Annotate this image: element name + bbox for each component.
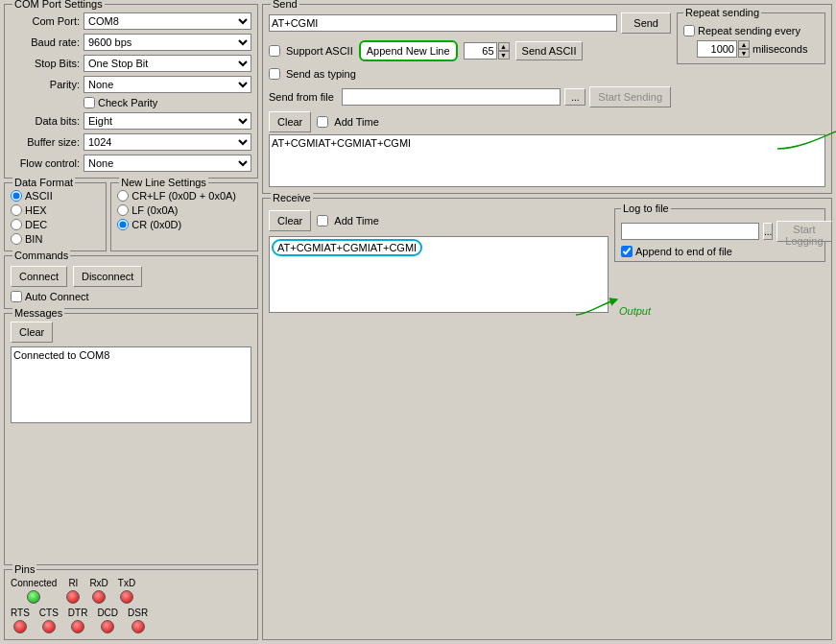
- send-content-area: AT+CGMIAT+CGMIAT+CGMI: [269, 134, 825, 187]
- append-label: Append to end of file: [635, 246, 732, 257]
- send-clear-button[interactable]: Clear: [269, 111, 311, 132]
- messages-content-area: Connected to COM8: [11, 346, 251, 423]
- dcd-led: [101, 620, 114, 633]
- dec-radio-item: DEC: [11, 219, 100, 230]
- crlf-radio-item: CR+LF (0x0D + 0x0A): [117, 190, 251, 202]
- send-ascii-button[interactable]: Send ASCII: [515, 41, 584, 60]
- parity-row: Parity: None: [11, 76, 251, 93]
- start-logging-button[interactable]: Start Logging: [776, 221, 831, 242]
- append-new-line-button[interactable]: Append New Line: [359, 40, 458, 61]
- output-label: Output: [619, 305, 651, 317]
- ascii-value-input[interactable]: [464, 42, 497, 60]
- add-time-label: Add Time: [334, 116, 378, 128]
- pin-dtr: DTR: [68, 608, 88, 633]
- receive-add-time-checkbox[interactable]: [317, 215, 328, 227]
- pin-rts: RTS: [11, 608, 30, 633]
- pins-title: Pins: [12, 563, 36, 575]
- repeat-title: Repeat sending: [683, 7, 761, 18]
- stop-bits-select[interactable]: One Stop Bit: [84, 55, 251, 72]
- lf-radio[interactable]: [117, 204, 129, 216]
- com-port-row: Com Port: COM8: [11, 12, 251, 30]
- send-input-row: Send: [269, 12, 671, 34]
- command-buttons: Connect Disconnect: [11, 266, 251, 287]
- buffer-size-row: Buffer size: 1024: [11, 133, 251, 151]
- txd-led: [120, 590, 133, 604]
- disconnect-button[interactable]: Disconnect: [73, 266, 142, 287]
- format-newline-section: Data Format ASCII HEX DEC BIN: [4, 182, 258, 251]
- check-parity-checkbox[interactable]: [84, 97, 95, 108]
- receive-content-text: AT+CGMIAT+CGMIAT+CGMI: [272, 239, 422, 256]
- browse-file-button[interactable]: ...: [564, 88, 585, 106]
- check-parity-label: Check Parity: [98, 97, 157, 108]
- repeat-interval-input[interactable]: [697, 40, 737, 58]
- send-text-input[interactable]: [269, 14, 617, 32]
- pin-rxd-label: RxD: [89, 578, 107, 588]
- repeat-checkbox[interactable]: [683, 25, 695, 36]
- ascii-value-arrows: ▲ ▼: [498, 42, 510, 60]
- messages-text: Connected to COM8: [13, 349, 109, 361]
- log-browse-button[interactable]: ...: [763, 223, 773, 240]
- bin-radio[interactable]: [11, 233, 22, 245]
- data-bits-select[interactable]: Eight: [84, 112, 251, 130]
- crlf-label: CR+LF (0x0D + 0x0A): [131, 190, 236, 202]
- interval-up-arrow[interactable]: ▲: [738, 40, 750, 49]
- dtr-led: [71, 620, 84, 633]
- parity-select[interactable]: None: [84, 76, 251, 93]
- log-file-input[interactable]: [621, 223, 759, 240]
- data-format-group: Data Format ASCII HEX DEC BIN: [4, 182, 107, 251]
- send-from-file-row: Send from file ... Start Sending: [269, 86, 671, 107]
- ascii-value-spinner: ▲ ▼: [464, 42, 510, 60]
- flow-control-select[interactable]: None: [84, 155, 251, 172]
- receive-add-time-label: Add Time: [334, 215, 378, 227]
- rxd-led: [92, 590, 106, 604]
- support-ascii-label: Support ASCII: [286, 45, 353, 57]
- add-time-checkbox[interactable]: [317, 116, 328, 128]
- ascii-down-arrow[interactable]: ▼: [498, 51, 510, 60]
- com-port-select[interactable]: COM8: [84, 12, 251, 30]
- interval-down-arrow[interactable]: ▼: [738, 49, 750, 58]
- support-ascii-checkbox[interactable]: [269, 45, 280, 57]
- commands-group: Commands Connect Disconnect Auto Connect: [4, 255, 258, 309]
- hex-label: HEX: [25, 204, 47, 216]
- log-file-group: Log to file ... Start Logging Append to …: [614, 208, 825, 262]
- hex-radio[interactable]: [11, 204, 22, 216]
- baud-rate-label: Baud rate:: [11, 36, 80, 48]
- send-file-path-input[interactable]: [342, 88, 561, 106]
- auto-connect-checkbox[interactable]: [11, 291, 22, 302]
- ascii-radio-item: ASCII: [11, 190, 100, 202]
- send-content-text: AT+CGMIAT+CGMIAT+CGMI: [272, 137, 411, 149]
- dec-radio[interactable]: [11, 219, 22, 230]
- start-sending-button[interactable]: Start Sending: [589, 86, 671, 107]
- pin-dsr: DSR: [128, 608, 148, 633]
- ascii-up-arrow[interactable]: ▲: [498, 42, 510, 51]
- send-group: Send Send Support ASCII Append New Line: [262, 4, 832, 194]
- cr-label: CR (0x0D): [131, 219, 181, 230]
- buffer-size-select[interactable]: 1024: [84, 133, 251, 151]
- cts-led: [42, 620, 56, 633]
- connect-button[interactable]: Connect: [11, 266, 67, 287]
- receive-content-area: AT+CGMIAT+CGMIAT+CGMI: [269, 236, 609, 313]
- pin-connected-label: Connected: [11, 578, 57, 588]
- interval-arrows: ▲ ▼: [738, 40, 750, 58]
- bin-label: BIN: [25, 233, 42, 245]
- connected-led: [27, 590, 40, 604]
- cr-radio[interactable]: [117, 219, 129, 230]
- crlf-radio[interactable]: [117, 190, 129, 202]
- baud-rate-row: Baud rate: 9600 bps: [11, 34, 251, 51]
- pin-txd: TxD: [118, 578, 135, 604]
- com-port-label: Com Port:: [11, 15, 80, 27]
- append-checkbox[interactable]: [621, 246, 633, 257]
- receive-clear-row: Clear Add Time: [269, 210, 609, 231]
- send-button[interactable]: Send: [621, 12, 671, 34]
- clear-messages-button[interactable]: Clear: [11, 322, 53, 343]
- repeat-sending-group: Repeat sending Repeat sending every ▲ ▼: [677, 12, 825, 64]
- send-as-typing-checkbox[interactable]: [269, 68, 280, 80]
- pins-bottom-row: RTS CTS DTR DCD DSR: [11, 608, 251, 633]
- baud-rate-select[interactable]: 9600 bps: [84, 34, 251, 51]
- log-file-title: Log to file: [621, 203, 671, 214]
- repeat-interval-spinner: ▲ ▼: [697, 40, 750, 58]
- cr-radio-item: CR (0x0D): [117, 219, 251, 230]
- ri-led: [66, 590, 80, 604]
- ascii-radio[interactable]: [11, 190, 22, 202]
- receive-clear-button[interactable]: Clear: [269, 210, 311, 231]
